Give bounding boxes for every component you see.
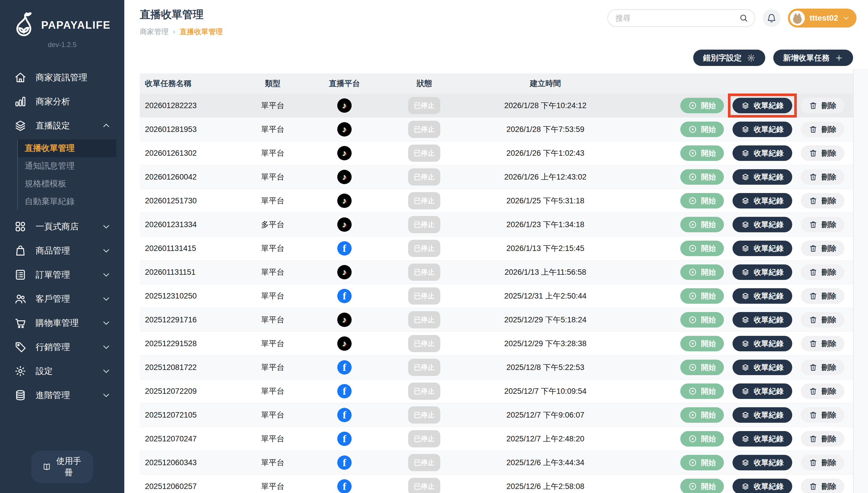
sidebar-item-layers[interactable]: 直播設定 bbox=[0, 113, 124, 138]
user-manual-button[interactable]: 使用手冊 bbox=[31, 451, 93, 483]
records-button[interactable]: 收單紀錄 bbox=[732, 145, 792, 161]
start-button[interactable]: 開始 bbox=[680, 431, 724, 447]
records-button[interactable]: 收單紀錄 bbox=[732, 479, 792, 493]
start-button[interactable]: 開始 bbox=[680, 122, 724, 137]
delete-button[interactable]: 刪除 bbox=[801, 312, 845, 327]
records-button[interactable]: 收單紀錄 bbox=[732, 407, 792, 423]
delete-button[interactable]: 刪除 bbox=[801, 98, 845, 113]
start-button[interactable]: 開始 bbox=[680, 455, 724, 470]
task-name: 202512072209 bbox=[140, 387, 247, 396]
search-bar bbox=[607, 9, 755, 27]
sidebar-item-chart[interactable]: 商家分析 bbox=[0, 89, 124, 113]
search-icon[interactable] bbox=[739, 14, 748, 23]
records-button[interactable]: 收單紀錄 bbox=[732, 455, 792, 470]
tasks-table: 收單任務名稱 類型 直播平台 狀態 建立時間 202601282223 單平台 … bbox=[140, 73, 853, 493]
notifications-button[interactable] bbox=[763, 9, 781, 27]
delete-button[interactable]: 刪除 bbox=[801, 479, 845, 493]
sidebar-item-gear[interactable]: 設定 bbox=[0, 359, 124, 383]
search-input[interactable] bbox=[615, 14, 739, 23]
add-task-button[interactable]: 新增收單任務 bbox=[773, 50, 853, 66]
database-icon bbox=[14, 389, 26, 401]
submenu-item[interactable]: 通知訊息管理 bbox=[18, 157, 116, 175]
book-icon bbox=[42, 462, 50, 472]
start-button[interactable]: 開始 bbox=[680, 217, 724, 232]
table-row: 202512291716 單平台 ♪ 已停止 2025/12/29 下午5:18… bbox=[140, 308, 853, 331]
submenu-item[interactable]: 自動棄單紀錄 bbox=[18, 193, 116, 211]
sidebar-item-bag[interactable]: 商品管理 bbox=[0, 239, 124, 263]
facebook-icon: f bbox=[337, 432, 352, 446]
start-button[interactable]: 開始 bbox=[680, 241, 724, 256]
status-badge: 已停止 bbox=[408, 145, 440, 162]
layers-icon bbox=[741, 101, 750, 110]
records-button[interactable]: 收單紀錄 bbox=[732, 193, 792, 209]
task-name: 202601261302 bbox=[140, 149, 247, 158]
sidebar-item-order[interactable]: 訂單管理 bbox=[0, 263, 124, 287]
records-button[interactable]: 收單紀錄 bbox=[732, 241, 792, 256]
delete-button[interactable]: 刪除 bbox=[801, 241, 845, 256]
sidebar-item-users[interactable]: 客戶管理 bbox=[0, 287, 124, 311]
records-button[interactable]: 收單紀錄 bbox=[732, 264, 792, 280]
created-time: 2025/12/6 上午3:44:34 bbox=[458, 457, 633, 468]
tiktok-icon: ♪ bbox=[337, 122, 352, 136]
sidebar-item-tag[interactable]: 行銷管理 bbox=[0, 335, 124, 359]
sidebar-item-grid[interactable]: 一頁式商店 bbox=[0, 215, 124, 239]
delete-button[interactable]: 刪除 bbox=[801, 193, 845, 209]
start-button[interactable]: 開始 bbox=[680, 288, 724, 304]
tiktok-icon: ♪ bbox=[337, 217, 352, 232]
user-menu[interactable]: tttest02 bbox=[788, 8, 856, 27]
records-button[interactable]: 收單紀錄 bbox=[732, 288, 792, 304]
delete-button[interactable]: 刪除 bbox=[801, 217, 845, 232]
status-badge: 已停止 bbox=[408, 406, 440, 424]
start-button[interactable]: 開始 bbox=[680, 336, 724, 351]
records-button[interactable]: 收單紀錄 bbox=[732, 122, 792, 137]
delete-button[interactable]: 刪除 bbox=[801, 264, 845, 280]
start-button[interactable]: 開始 bbox=[680, 360, 724, 375]
sidebar-item-home[interactable]: 商家資訊管理 bbox=[0, 65, 124, 89]
records-button[interactable]: 收單紀錄 bbox=[732, 169, 792, 185]
add-task-label: 新增收單任務 bbox=[783, 53, 829, 63]
records-button[interactable]: 收單紀錄 bbox=[732, 336, 792, 351]
delete-button[interactable]: 刪除 bbox=[801, 336, 845, 351]
records-button[interactable]: 收單紀錄 bbox=[732, 217, 792, 232]
typo-settings-button[interactable]: 錯別字設定 bbox=[693, 50, 765, 66]
delete-button[interactable]: 刪除 bbox=[801, 431, 845, 447]
start-button[interactable]: 開始 bbox=[680, 193, 724, 209]
delete-button[interactable]: 刪除 bbox=[801, 360, 845, 375]
delete-button[interactable]: 刪除 bbox=[801, 288, 845, 304]
records-button[interactable]: 收單紀錄 bbox=[732, 431, 792, 447]
delete-button[interactable]: 刪除 bbox=[801, 122, 845, 137]
delete-button[interactable]: 刪除 bbox=[801, 455, 845, 470]
start-button[interactable]: 開始 bbox=[680, 169, 724, 185]
layers-icon bbox=[14, 120, 26, 132]
start-button[interactable]: 開始 bbox=[680, 264, 724, 280]
start-button[interactable]: 開始 bbox=[680, 98, 724, 113]
delete-button[interactable]: 刪除 bbox=[801, 145, 845, 161]
table-row: 202601281953 單平台 ♪ 已停止 2026/1/28 下午7:53:… bbox=[140, 117, 853, 141]
col-task-name: 收單任務名稱 bbox=[140, 78, 247, 89]
sidebar-item-cart[interactable]: 購物車管理 bbox=[0, 311, 124, 335]
task-type: 單平台 bbox=[247, 481, 298, 492]
breadcrumb-merchant[interactable]: 商家管理 bbox=[140, 27, 168, 37]
sidebar-item-database[interactable]: 進階管理 bbox=[0, 383, 124, 407]
start-button[interactable]: 開始 bbox=[680, 145, 724, 161]
submenu-item[interactable]: 規格標模板 bbox=[18, 175, 116, 193]
main-content: 直播收單管理 商家管理 › 直播收單管理 bbox=[124, 0, 868, 493]
col-created: 建立時間 bbox=[458, 78, 633, 89]
delete-button[interactable]: 刪除 bbox=[801, 169, 845, 185]
start-button[interactable]: 開始 bbox=[680, 479, 724, 493]
delete-button[interactable]: 刪除 bbox=[801, 383, 845, 399]
chevron-down-icon bbox=[102, 367, 110, 376]
task-type: 單平台 bbox=[247, 338, 298, 349]
delete-button[interactable]: 刪除 bbox=[801, 407, 845, 423]
records-button[interactable]: 收單紀錄 bbox=[732, 312, 792, 327]
layers-icon bbox=[741, 316, 750, 324]
records-button[interactable]: 收單紀錄 bbox=[732, 360, 792, 375]
start-button[interactable]: 開始 bbox=[680, 407, 724, 423]
records-button[interactable]: 收單紀錄 bbox=[732, 98, 792, 113]
play-circle-icon bbox=[688, 268, 697, 277]
start-button[interactable]: 開始 bbox=[680, 312, 724, 327]
submenu-item-active[interactable]: 直播收單管理 bbox=[18, 140, 116, 157]
created-time: 2026/1/25 下午5:31:18 bbox=[458, 196, 633, 206]
records-button[interactable]: 收單紀錄 bbox=[732, 383, 792, 399]
start-button[interactable]: 開始 bbox=[680, 383, 724, 399]
